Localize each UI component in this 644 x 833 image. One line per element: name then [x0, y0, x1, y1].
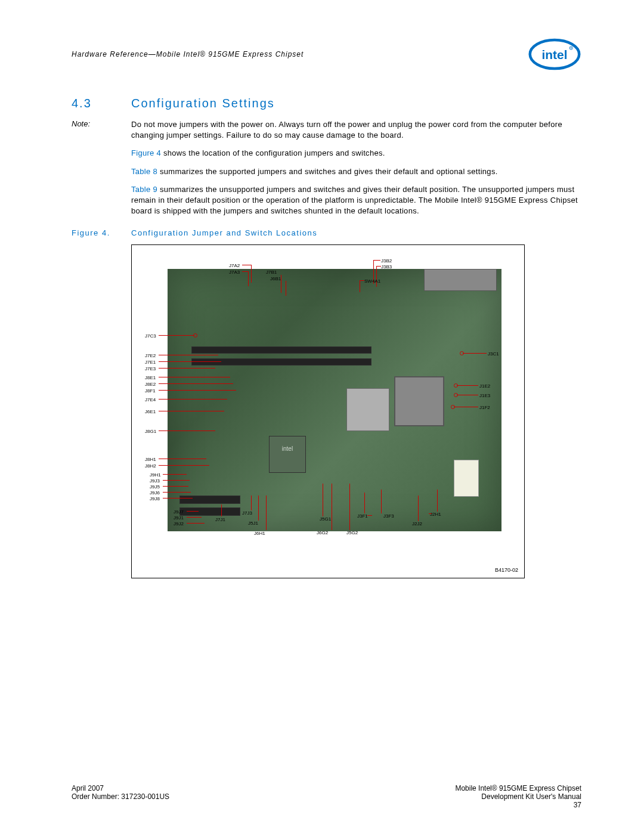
jumper-label: J6G2 — [317, 530, 328, 535]
jumper-label: J9J5 — [150, 484, 160, 490]
intel-chip: intel — [269, 436, 306, 473]
pointer-line — [163, 498, 193, 498]
io-backplate — [424, 269, 497, 291]
paragraph-1: Figure 4 shows the location of the confi… — [72, 148, 581, 159]
note-label: Note: — [72, 119, 131, 141]
pointer-line — [367, 515, 372, 516]
pointer-line — [373, 260, 380, 261]
pointer-line — [251, 265, 252, 283]
cpu-socket — [394, 376, 444, 426]
footer-date: April 2007 — [72, 784, 169, 792]
jumper-label: J5G1 — [320, 516, 331, 522]
jumper-label: J9J7 — [174, 509, 184, 515]
jumper-label: J1F2 — [479, 405, 490, 410]
jumper-label: J8E2 — [145, 382, 156, 387]
footer-manual: Development Kit User's Manual — [455, 792, 581, 801]
pointer-line — [163, 492, 191, 493]
page-header: Hardware Reference—Mobile Intel® 915GME … — [72, 36, 581, 73]
footer-order-number: Order Number: 317230-001US — [72, 792, 169, 801]
pointer-line — [163, 474, 187, 475]
p1-text: shows the location of the configuration … — [161, 148, 385, 157]
pci-slot — [179, 507, 240, 516]
pointer-line — [159, 465, 209, 466]
jumper-label: J9J3 — [150, 478, 160, 484]
section-title: Configuration Settings — [131, 97, 275, 110]
pointer-line — [221, 504, 222, 516]
svg-text:R: R — [570, 47, 572, 49]
intel-logo-icon: intel R — [528, 36, 581, 73]
power-connector — [454, 460, 479, 497]
pointer-line — [281, 275, 281, 293]
jumper-label: J9J1 — [174, 515, 184, 521]
pointer-line — [187, 517, 202, 518]
pointer-line — [418, 496, 419, 521]
pci-slot — [179, 496, 240, 504]
footer-product: Mobile Intel® 915GME Express Chipset — [455, 784, 581, 792]
pointer-line — [163, 480, 190, 481]
jumper-label: J3F1 — [357, 513, 368, 519]
pointer-line — [159, 355, 218, 355]
paragraph-2: Table 8 summarizes the supported jumpers… — [72, 166, 581, 177]
pointer-line — [360, 280, 364, 281]
jumper-label: J7E2 — [145, 353, 156, 358]
jumper-label: J8H1 — [145, 457, 156, 462]
pointer-line — [457, 395, 478, 395]
p3-text: summarizes the unsupported jumpers and s… — [131, 185, 578, 215]
section-number: 4.3 — [72, 97, 131, 110]
pointer-line — [159, 411, 224, 411]
jumper-label: J2J2 — [412, 521, 422, 527]
pointer-line — [266, 496, 267, 530]
pointer-line — [258, 496, 259, 521]
pointer-line — [286, 281, 286, 296]
pointer-line — [248, 271, 249, 286]
ram-slot — [191, 346, 371, 354]
pointer-line — [332, 484, 332, 530]
jumper-label: J7E1 — [145, 360, 156, 365]
jumper-label: J3F3 — [383, 513, 394, 519]
pointer-line — [381, 490, 382, 513]
jumper-label: J6E1 — [145, 409, 156, 414]
pointer-line — [159, 335, 194, 336]
table-8-link[interactable]: Table 8 — [131, 167, 157, 176]
jumper-label: J8H2 — [145, 463, 156, 469]
pointer-line — [159, 390, 236, 391]
footer-page-number: 37 — [455, 801, 581, 809]
pointer-line — [159, 383, 233, 384]
pointer-line — [159, 368, 215, 368]
jumper-label: J7C3 — [145, 333, 156, 339]
jumper-label: J5J1 — [248, 521, 258, 526]
svg-text:intel: intel — [541, 48, 567, 61]
pointer-line — [159, 361, 221, 362]
pointer-line — [349, 484, 350, 530]
pointer-line — [454, 407, 478, 407]
pointer-line — [242, 265, 251, 265]
figure-title: Configuration Jumper and Switch Location… — [131, 228, 317, 237]
ram-slot — [191, 358, 371, 366]
jumper-label: J7J1 — [215, 517, 225, 522]
jumper-label: J8G1 — [145, 429, 156, 434]
pointer-line — [360, 280, 360, 292]
pointer-line — [242, 271, 248, 272]
pointer-line — [159, 431, 215, 431]
jumper-label: J3C1 — [488, 351, 499, 357]
jumper-label: J7E3 — [145, 366, 156, 371]
jumper-label: J3B3 — [381, 264, 392, 270]
jumper-label: J6H1 — [254, 531, 265, 536]
p2-text: summarizes the supported jumpers and swi… — [157, 167, 498, 176]
figure-box: intel J7A2 J7A3 J7B1 J6B1 J3B2 J3B3 SW4A… — [131, 244, 525, 578]
jumper-label: J9J6 — [150, 490, 160, 496]
figure-number: Figure 4. — [72, 228, 131, 237]
jumper-label: J2H1 — [430, 512, 441, 517]
jumper-label: SW4A1 — [364, 278, 380, 284]
jumper-label: J7J3 — [242, 510, 252, 516]
section-heading: 4.3 Configuration Settings — [72, 97, 581, 110]
page-container: Hardware Reference—Mobile Intel® 915GME … — [0, 0, 644, 833]
jumper-label: J9J2 — [174, 521, 184, 527]
pointer-line — [376, 266, 381, 267]
jumper-label: J3B2 — [381, 258, 392, 264]
figure-caption: Figure 4. Configuration Jumper and Switc… — [72, 228, 581, 237]
pointer-line — [323, 484, 323, 516]
figure-4-link[interactable]: Figure 4 — [131, 148, 161, 157]
table-9-link[interactable]: Table 9 — [131, 185, 157, 194]
northbridge-chip — [346, 388, 389, 431]
